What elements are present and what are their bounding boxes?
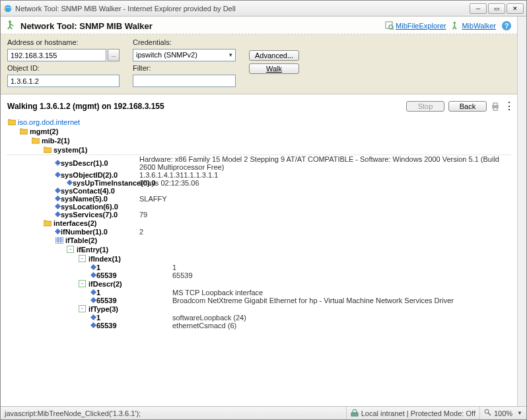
tree-row[interactable]: sysUpTimeInstance(0).0 0days 02:12:35.06: [7, 179, 510, 187]
objectid-input[interactable]: [7, 75, 120, 87]
tree-system[interactable]: system(1): [7, 145, 510, 155]
collapse-icon[interactable]: -: [79, 255, 86, 262]
folder-icon: [43, 219, 52, 227]
leaf-icon: [90, 322, 96, 330]
help-icon[interactable]: ?: [501, 20, 512, 31]
objectid-label: Object ID:: [7, 64, 120, 72]
svg-line-13: [455, 27, 457, 30]
vertical-scrollbar[interactable]: [517, 17, 526, 406]
tree-mgmt[interactable]: mgmt(2): [7, 127, 510, 136]
mibfile-icon: [385, 20, 394, 31]
drag-handle-icon: ⋮⋮: [504, 100, 510, 112]
mibwalker-link[interactable]: MibWalker: [462, 22, 496, 30]
leaf-icon: [55, 211, 61, 219]
status-zoom[interactable]: 100% ▼: [480, 407, 526, 419]
svg-marker-21: [67, 180, 73, 186]
collapse-icon[interactable]: -: [67, 246, 74, 253]
tree-root[interactable]: iso.org.dod.internet: [7, 118, 510, 127]
svg-marker-19: [55, 160, 61, 166]
collapse-icon[interactable]: -: [79, 280, 86, 287]
statusbar: javascript:MibTreeNode_Clicked('1.3.6.1'…: [1, 406, 526, 419]
tree-row[interactable]: 1 MS TCP Loopback interface: [7, 289, 510, 297]
walk-button[interactable]: Walk: [249, 63, 299, 74]
svg-marker-32: [90, 264, 96, 270]
leaf-icon: [55, 171, 61, 179]
tree-row[interactable]: sysServices(7).0 79: [7, 211, 510, 219]
svg-marker-24: [55, 203, 61, 209]
svg-line-41: [488, 413, 491, 415]
collapse-icon[interactable]: -: [79, 305, 86, 312]
tree-row[interactable]: 1 1: [7, 263, 510, 271]
svg-rect-27: [55, 237, 63, 244]
leaf-icon: [67, 179, 73, 187]
svg-rect-17: [493, 103, 497, 106]
advanced-button[interactable]: Advanced...: [249, 50, 299, 61]
tree-row[interactable]: sysContact(4).0: [7, 187, 510, 195]
close-button[interactable]: ✕: [507, 3, 524, 14]
filter-input[interactable]: [133, 75, 236, 87]
tree-ifindex[interactable]: - ifIndex(1): [7, 254, 510, 263]
svg-marker-25: [55, 211, 61, 217]
tree-ifdescr[interactable]: - ifDescr(2): [7, 279, 510, 289]
svg-rect-18: [493, 108, 497, 110]
svg-marker-26: [55, 228, 61, 234]
print-icon[interactable]: [491, 102, 500, 111]
address-label: Address or hostname:: [7, 38, 120, 46]
svg-marker-35: [90, 297, 96, 303]
walking-status: Walking 1.3.6.1.2 (mgmt) on 192.168.3.15…: [7, 102, 164, 111]
filter-label: Filter:: [133, 64, 236, 72]
folder-icon: [43, 146, 52, 154]
leaf-icon: [90, 297, 96, 304]
tree-mib2[interactable]: mib-2(1): [7, 136, 510, 145]
leaf-icon: [55, 228, 61, 236]
leaf-icon: [55, 195, 61, 203]
svg-line-9: [392, 28, 394, 30]
maximize-button[interactable]: ▭: [488, 3, 505, 14]
tree-row[interactable]: 1 softwareLoopback (24): [7, 314, 510, 322]
zoom-icon: [484, 409, 491, 417]
svg-marker-36: [90, 314, 96, 320]
tree-ifentry[interactable]: - ifEntry(1): [7, 245, 510, 254]
svg-rect-11: [454, 24, 456, 26]
svg-marker-34: [90, 289, 96, 295]
tree-row[interactable]: 65539 ethernetCsmacd (6): [7, 322, 510, 330]
tree-row[interactable]: 65539 Broadcom NetXtreme Gigabit Etherne…: [7, 297, 510, 304]
ie-icon: [3, 4, 13, 13]
tree-row[interactable]: sysName(5).0 SLAFFY: [7, 195, 510, 203]
tree-interfaces[interactable]: interfaces(2): [7, 219, 510, 228]
tree-row[interactable]: 65539 65539: [7, 271, 510, 279]
walker-icon: [6, 19, 17, 32]
address-input[interactable]: [7, 49, 106, 61]
window-titlebar: Network Tool: SNMP MIB Walker - Internet…: [1, 1, 526, 17]
folder-icon: [7, 118, 17, 126]
svg-marker-33: [90, 272, 96, 278]
tree-row[interactable]: sysLocation(6).0: [7, 203, 510, 211]
svg-marker-23: [55, 195, 61, 201]
svg-marker-37: [90, 322, 96, 328]
leaf-icon: [90, 289, 96, 297]
status-zone: Local intranet | Protected Mode: Off: [347, 407, 480, 419]
svg-line-5: [10, 26, 12, 29]
svg-text:?: ?: [505, 22, 509, 30]
stop-button[interactable]: Stop: [406, 101, 444, 112]
mibfileexplorer-link[interactable]: MibFileExplorer: [396, 22, 446, 30]
mib-tree[interactable]: iso.org.dod.internet mgmt(2) mib-2(1) sy…: [1, 115, 517, 406]
address-browse-button[interactable]: ...: [108, 49, 120, 61]
back-button[interactable]: Back: [448, 101, 487, 112]
svg-marker-20: [55, 172, 61, 178]
tree-iftype[interactable]: - ifType(3): [7, 304, 510, 314]
table-icon: [55, 236, 64, 244]
tree-row[interactable]: ifNumber(1).0 2: [7, 228, 510, 236]
leaf-icon: [90, 314, 96, 322]
tree-iftable[interactable]: ifTable(2): [7, 236, 510, 245]
walking-bar: Walking 1.3.6.1.2 (mgmt) on 192.168.3.15…: [1, 94, 517, 115]
tree-row[interactable]: sysDescr(1).0 Hardware: x86 Family 15 Mo…: [7, 155, 510, 171]
tree-row[interactable]: sysObjectID(2).0 1.3.6.1.4.1.311.1.1.3.1…: [7, 171, 510, 179]
svg-point-2: [9, 20, 11, 23]
zone-icon: [351, 409, 359, 418]
minimize-button[interactable]: ─: [470, 3, 487, 14]
leaf-icon: [90, 271, 96, 279]
leaf-icon: [90, 263, 96, 271]
app-title: Network Tool: SNMP MIB Walker: [20, 21, 153, 31]
credentials-select[interactable]: ipswitch (SNMPv2): [133, 49, 236, 61]
